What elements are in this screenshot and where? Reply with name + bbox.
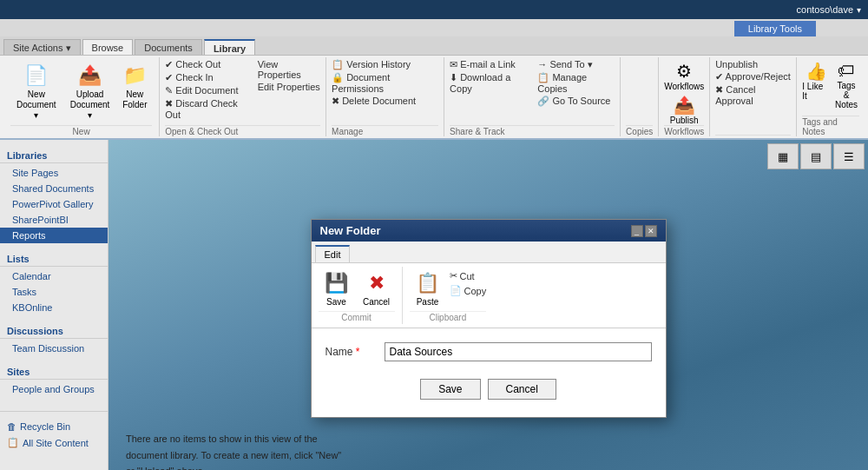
library-tools-tab: Library Tools bbox=[734, 21, 816, 36]
unpublish-btn[interactable]: Unpublish bbox=[715, 59, 791, 70]
ribbon-group-workflows-label: Workflows bbox=[664, 125, 704, 136]
discard-checkout-btn[interactable]: ✖ Discard Check Out bbox=[165, 98, 250, 120]
lists-label: Lists bbox=[0, 250, 108, 267]
new-document-button[interactable]: 📄 NewDocument ▾ bbox=[10, 59, 62, 123]
sidebar-item-sharepointbi[interactable]: SharePointBI bbox=[0, 212, 108, 228]
view-properties-btn[interactable]: View Properties bbox=[258, 59, 320, 80]
ribbon-group-copies-label: Copies bbox=[626, 125, 653, 136]
modal-tab-bar: Edit bbox=[312, 242, 666, 262]
modal-copy-button[interactable]: 📄 Copy bbox=[450, 285, 487, 296]
modal-ribbon-group-clipboard: 📋 Paste ✂ Cut 📄 Copy Clipboard bbox=[403, 267, 487, 324]
modal-header-buttons: _ ✕ bbox=[631, 225, 657, 237]
sites-section: Sites People and Groups bbox=[0, 363, 108, 397]
ribbon-group-workflows: ⚙ Workflows 📤 Publish Workflows bbox=[659, 57, 710, 136]
sidebar-item-shared-documents[interactable]: Shared Documents bbox=[0, 181, 108, 196]
go-to-source-btn[interactable]: 🔗 Go To Source bbox=[537, 96, 615, 107]
user-display: contoso\dave bbox=[797, 4, 853, 15]
email-link-btn[interactable]: ✉ E-mail a Link bbox=[450, 59, 530, 70]
sites-label: Sites bbox=[0, 363, 108, 380]
ribbon-group-approval: Unpublish ✔ Approve/Reject ✖ Cancel Appr… bbox=[710, 57, 797, 136]
ribbon-group-share-label: Share & Track bbox=[450, 125, 615, 136]
tab-library[interactable]: Library bbox=[204, 39, 255, 55]
lists-section: Lists Calendar Tasks KBOnline bbox=[0, 250, 108, 315]
libraries-label: Libraries bbox=[0, 147, 108, 163]
sidebar-item-all-site-content[interactable]: 📋 All Site Content bbox=[0, 434, 108, 451]
modal-save-action-button[interactable]: Save bbox=[420, 379, 480, 400]
ribbon-group-tags: 👍 I Like It 🏷 Tags &Notes Tags and Notes bbox=[797, 57, 865, 136]
modal-form-row: Name * bbox=[326, 342, 652, 361]
user-dropdown-icon[interactable]: ▾ bbox=[857, 5, 861, 15]
new-folder-button[interactable]: 📁 NewFolder bbox=[117, 59, 152, 113]
i-like-it-btn[interactable]: 👍 I Like It bbox=[802, 61, 830, 109]
cancel-approval-btn[interactable]: ✖ Cancel Approval bbox=[715, 84, 791, 106]
sidebar-item-site-pages[interactable]: Site Pages bbox=[0, 165, 108, 181]
modal-ribbon-content: 💾 Save ✖ Cancel Commit bbox=[312, 262, 666, 328]
modal-paste-button[interactable]: 📋 Paste bbox=[410, 267, 446, 309]
discussions-label: Discussions bbox=[0, 322, 108, 339]
modal-title: New Folder bbox=[320, 224, 381, 237]
modal-header: New Folder _ ✕ bbox=[312, 220, 666, 242]
modal-close-button[interactable]: ✕ bbox=[645, 225, 657, 237]
version-history-btn[interactable]: 📋 Version History bbox=[332, 59, 438, 70]
ribbon-group-approval-label bbox=[715, 135, 791, 136]
edit-properties-btn[interactable]: Edit Properties bbox=[258, 82, 320, 92]
ribbon-group-share: ✉ E-mail a Link ⬇ Download a Copy → Send… bbox=[444, 57, 621, 136]
document-permissions-btn[interactable]: 🔒 Document Permissions bbox=[332, 72, 438, 94]
ribbon-group-checkout-label: Open & Check Out bbox=[165, 125, 320, 136]
modal-cut-button[interactable]: ✂ Cut bbox=[450, 270, 487, 281]
modal-save-button[interactable]: 💾 Save bbox=[319, 267, 355, 309]
tab-site-actions[interactable]: Site Actions ▾ bbox=[3, 39, 81, 55]
modal-cancel-button[interactable]: ✖ Cancel bbox=[358, 267, 395, 309]
modal-tab-edit[interactable]: Edit bbox=[315, 245, 351, 262]
checkin-btn[interactable]: ✔ Check In bbox=[165, 72, 250, 83]
modal-cancel-action-button[interactable]: Cancel bbox=[488, 379, 556, 400]
ribbon-group-manage-label: Manage bbox=[332, 125, 438, 136]
required-star: * bbox=[356, 346, 360, 358]
ribbon: 📄 NewDocument ▾ 📤 UploadDocument ▾ 📁 New… bbox=[0, 56, 868, 140]
name-label: Name * bbox=[326, 346, 378, 358]
download-copy-btn[interactable]: ⬇ Download a Copy bbox=[450, 72, 530, 94]
sidebar-item-team-discussion[interactable]: Team Discussion bbox=[0, 341, 108, 356]
sidebar-item-reports[interactable]: Reports bbox=[0, 228, 108, 243]
sidebar-item-recycle-bin[interactable]: 🗑 Recycle Bin bbox=[0, 419, 108, 434]
modal-overlay: New Folder _ ✕ Edit bbox=[108, 140, 868, 470]
new-folder-modal: New Folder _ ✕ Edit bbox=[311, 219, 667, 418]
sidebar: Libraries Site Pages Shared Documents Po… bbox=[0, 140, 108, 470]
manage-copies-btn[interactable]: 📋 Manage Copies bbox=[537, 72, 615, 94]
sidebar-item-people-and-groups[interactable]: People and Groups bbox=[0, 381, 108, 397]
tags-notes-btn[interactable]: 🏷 Tags &Notes bbox=[833, 61, 859, 109]
ribbon-tab-bar: Site Actions ▾ Browse Documents Library bbox=[0, 36, 868, 56]
approve-reject-btn[interactable]: ✔ Approve/Reject bbox=[715, 71, 791, 83]
delete-document-btn[interactable]: ✖ Delete Document bbox=[332, 96, 438, 107]
content-area: ▦ ▤ ☰ There are no items to show in this… bbox=[108, 140, 868, 470]
upload-document-button[interactable]: 📤 UploadDocument ▾ bbox=[64, 59, 116, 123]
sidebar-footer: 🗑 Recycle Bin 📋 All Site Content bbox=[0, 411, 108, 451]
publish-btn[interactable]: 📤 Publish bbox=[670, 95, 699, 125]
modal-commit-label: Commit bbox=[319, 311, 395, 322]
modal-ribbon: Edit 💾 Save ✖ bbox=[312, 242, 666, 328]
sidebar-item-calendar[interactable]: Calendar bbox=[0, 268, 108, 284]
sidebar-item-tasks[interactable]: Tasks bbox=[0, 284, 108, 300]
sidebar-item-powerpivot-gallery[interactable]: PowerPivot Gallery bbox=[0, 196, 108, 212]
all-site-content-icon: 📋 bbox=[7, 437, 19, 448]
ribbon-group-tags-label: Tags and Notes bbox=[802, 116, 859, 136]
name-input[interactable] bbox=[385, 342, 652, 361]
modal-actions: Save Cancel bbox=[326, 372, 652, 403]
tab-browse[interactable]: Browse bbox=[82, 39, 134, 55]
ribbon-group-copies: Copies bbox=[621, 57, 659, 136]
modal-minimize-button[interactable]: _ bbox=[631, 225, 643, 237]
edit-document-btn[interactable]: ✎ Edit Document bbox=[165, 85, 250, 96]
modal-clipboard-label: Clipboard bbox=[410, 311, 487, 322]
ribbon-group-new-label: New bbox=[10, 125, 152, 136]
ribbon-group-checkout: ✔ Check Out ✔ Check In ✎ Edit Document ✖… bbox=[160, 57, 326, 136]
sidebar-item-kbonline[interactable]: KBOnline bbox=[0, 300, 108, 315]
recycle-bin-icon: 🗑 bbox=[7, 421, 16, 432]
ribbon-group-new: 📄 NewDocument ▾ 📤 UploadDocument ▾ 📁 New… bbox=[3, 57, 160, 136]
modal-body: Name * Save Cancel bbox=[312, 328, 666, 417]
workflows-btn[interactable]: ⚙ Workflows bbox=[664, 61, 704, 91]
modal-ribbon-group-commit: 💾 Save ✖ Cancel Commit bbox=[319, 267, 403, 324]
tab-documents[interactable]: Documents bbox=[135, 39, 202, 55]
libraries-section: Libraries Site Pages Shared Documents Po… bbox=[0, 147, 108, 243]
send-to-btn[interactable]: → Send To ▾ bbox=[537, 59, 615, 70]
checkout-btn[interactable]: ✔ Check Out bbox=[165, 59, 250, 70]
